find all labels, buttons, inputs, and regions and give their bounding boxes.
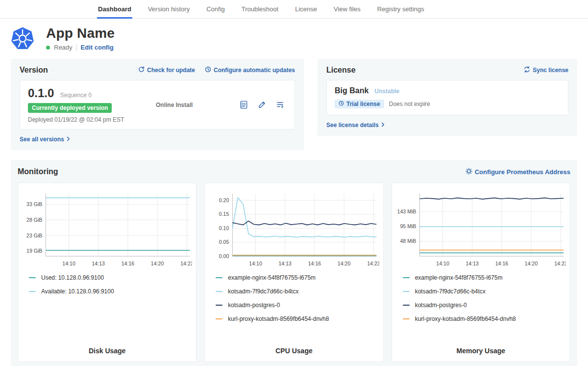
clock-refresh-icon [205, 66, 211, 74]
check-for-update-link[interactable]: Check for update [138, 66, 195, 74]
legend-label: Available: 10.128.0.96:9100 [41, 288, 114, 295]
preflight-checks-icon[interactable] [239, 100, 248, 109]
app-status-row: Ready Edit config [46, 44, 115, 51]
divider [76, 44, 77, 51]
legend-item-available-10-128-0-96-9100: Available: 10.128.0.96:9100 [29, 288, 192, 295]
legend-item-kotsadm-7f9dc7d66c-b4tcx: kotsadm-7f9dc7d66c-b4tcx [216, 288, 379, 295]
svg-text:14:13: 14:13 [92, 261, 105, 266]
legend-label: example-nginx-54f8f76755-l675m [228, 274, 316, 281]
ready-status-dot-icon [46, 46, 50, 50]
chart-title-memory-usage: Memory Usage [396, 343, 566, 355]
legend-label: kurl-proxy-kotsadm-8569fb6454-dnvh8 [415, 315, 516, 322]
version-panel-title: Version [20, 66, 48, 75]
svg-text:14:13: 14:13 [466, 261, 479, 266]
svg-text:48 MiB: 48 MiB [400, 238, 416, 244]
see-all-versions-link[interactable]: See all versions [20, 136, 70, 143]
tab-license[interactable]: License [287, 0, 325, 18]
version-number: 0.1.0 [28, 86, 54, 100]
series-kotsadm-postgres-0 [419, 198, 564, 199]
chart-title-disk-usage: Disk Usage [22, 343, 192, 355]
memory-usage-legend: example-nginx-54f8f76755-l675mkotsadm-7f… [403, 274, 566, 322]
edit-config-link[interactable]: Edit config [81, 44, 114, 51]
legend-label: example-nginx-54f8f76755-l675m [415, 274, 503, 281]
svg-text:95 MiB: 95 MiB [400, 223, 416, 229]
license-card: Big Bank Unstable Trial license Does not… [326, 80, 568, 115]
disk-usage-card: 19 GiB23 GiB28 GiB33 GiB14:1014:1314:161… [18, 183, 196, 362]
cpu-usage-card: 0.000.050.100.150.2014:1014:1314:1614:20… [204, 183, 383, 362]
monitoring-panel: Monitoring Configure Prometheus Address … [11, 160, 577, 366]
tab-dashboard[interactable]: Dashboard [90, 0, 140, 18]
chart-title-cpu-usage: CPU Usage [209, 343, 379, 355]
svg-text:14:16: 14:16 [495, 261, 508, 266]
configure-prometheus-link[interactable]: Configure Prometheus Address [466, 168, 570, 176]
version-actions [239, 100, 285, 109]
legend-item-kotsadm-7f9dc7d66c-b4tcx: kotsadm-7f9dc7d66c-b4tcx [403, 288, 566, 295]
license-panel-title: License [326, 66, 356, 75]
see-license-details-link[interactable]: See license details [326, 122, 385, 129]
svg-text:14:16: 14:16 [122, 261, 135, 266]
disk-usage-legend: Used: 10.128.0.96:9100Available: 10.128.… [29, 274, 192, 295]
sync-license-link[interactable]: Sync license [524, 66, 568, 74]
svg-text:0.05: 0.05 [219, 239, 229, 245]
tab-version-history[interactable]: Version history [140, 0, 198, 18]
configure-automatic-updates-link[interactable]: Configure automatic updates [205, 66, 295, 74]
svg-text:14:13: 14:13 [279, 261, 292, 266]
chevron-right-icon [381, 122, 385, 129]
legend-color-dash [403, 291, 410, 292]
legend-label: kurl-proxy-kotsadm-8569fb6454-dnvh8 [228, 315, 329, 322]
channel-name: Unstable [374, 88, 399, 95]
cpu-usage-plot: 0.000.050.100.150.2014:1014:1314:1614:20… [209, 189, 379, 270]
app-meta: App Name Ready Edit config [46, 26, 115, 51]
svg-text:14:16: 14:16 [308, 261, 321, 266]
legend-item-kurl-proxy-kotsadm-8569fb6454-dnvh8: kurl-proxy-kotsadm-8569fb6454-dnvh8 [403, 315, 566, 322]
license-expiration: Does not expire [389, 101, 430, 107]
legend-label: kotsadm-postgres-0 [415, 302, 467, 309]
cpu-usage-legend: example-nginx-54f8f76755-l675mkotsadm-7f… [216, 274, 379, 322]
svg-text:14:23: 14:23 [554, 261, 566, 266]
svg-text:14:23: 14:23 [180, 261, 192, 266]
svg-text:0.00: 0.00 [219, 253, 229, 259]
app-header: App Name Ready Edit config [0, 19, 588, 51]
legend-item-used-10-128-0-96-9100: Used: 10.128.0.96:9100 [29, 274, 192, 281]
svg-text:14:20: 14:20 [151, 261, 164, 266]
legend-label: Used: 10.128.0.96:9100 [41, 274, 104, 281]
svg-text:23 GiB: 23 GiB [26, 233, 42, 238]
svg-text:14:10: 14:10 [62, 261, 75, 266]
legend-color-dash [216, 277, 222, 278]
legend-color-dash [29, 277, 36, 278]
svg-text:14:10: 14:10 [436, 261, 449, 266]
legend-color-dash [403, 305, 410, 306]
monitoring-title: Monitoring [18, 167, 58, 176]
legend-color-dash [216, 305, 222, 306]
kubernetes-logo-icon [11, 26, 34, 50]
release-notes-icon[interactable] [275, 100, 285, 109]
install-type-label: Online Install [156, 102, 193, 108]
panels-row: Version Check for update Configure autom… [0, 59, 588, 150]
tab-view-files[interactable]: View files [325, 0, 369, 18]
app-title: App Name [46, 26, 115, 41]
svg-text:0.20: 0.20 [219, 197, 229, 203]
memory-usage-chart: 48 MiB95 MiB143 MiB14:1014:1314:1614:201… [396, 189, 566, 270]
legend-item-kotsadm-postgres-0: kotsadm-postgres-0 [403, 302, 566, 309]
trial-license-badge: Trial license [335, 100, 384, 108]
legend-color-dash [29, 291, 36, 292]
legend-color-dash [403, 277, 410, 278]
tab-troubleshoot[interactable]: Troubleshoot [233, 0, 287, 18]
svg-text:28 GiB: 28 GiB [26, 217, 42, 223]
cpu-usage-chart: 0.000.050.100.150.2014:1014:1314:1614:20… [209, 189, 379, 270]
svg-text:14:20: 14:20 [338, 261, 351, 266]
edit-config-pen-icon[interactable] [257, 100, 267, 109]
customer-name: Big Bank [335, 86, 368, 95]
svg-text:14:20: 14:20 [525, 261, 538, 266]
deployed-date: Deployed 01/19/22 @ 02:04 pm EST [28, 116, 124, 123]
gear-icon [466, 168, 472, 176]
chevron-right-icon [67, 136, 70, 143]
tab-config[interactable]: Config [198, 0, 233, 18]
svg-text:143 MiB: 143 MiB [397, 209, 416, 214]
svg-text:33 GiB: 33 GiB [26, 201, 42, 207]
legend-label: kotsadm-7f9dc7d66c-b4tcx [415, 288, 486, 295]
license-panel: License Sync license Big Bank Unstable T… [318, 59, 577, 136]
version-panel: Version Check for update Configure autom… [11, 59, 304, 150]
tab-registry-settings[interactable]: Registry settings [369, 0, 433, 18]
series-kotsadm-7f9dc7d66c-b4tcx [233, 197, 377, 237]
